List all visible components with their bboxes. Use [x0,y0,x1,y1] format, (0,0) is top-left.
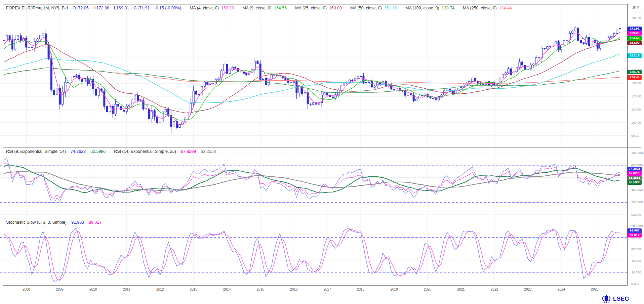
value-badge: 89.017 [628,233,642,238]
year-label: 2022 [489,288,500,291]
axis-tick-label: 0.0000 [631,213,641,216]
axis-tick-label: 100.00 [631,121,641,124]
price-chart-canvas[interactable] [0,4,627,147]
year-label: 2025 [589,288,600,291]
chart-app: FOREX EURJPY=, 1M, NY$, Bid O172.06 H172… [0,0,644,304]
ma250-legend: MA (250, close, 0) 134.44 [463,6,512,10]
instrument-title: FOREX EURJPY=, 1M, NY$, Bid [6,6,68,10]
year-label: 2016 [288,288,299,291]
stochastic-legend: Stochastic Slow (5, 3, 3, Simple) 91.963… [6,220,102,225]
axis-tick-label: 20.000 [631,270,641,274]
year-label: 2011 [121,288,132,291]
value-badge: 151.16 [628,53,642,58]
axis-tick-label: 100.000 [631,224,643,228]
year-label: 2019 [389,288,400,291]
year-label: 2023 [522,288,534,291]
year-label: 2010 [87,288,99,291]
rsi1-label: RSI (9, Exponential, Simple, 14) [6,149,66,154]
value-badge: 138.74 [628,70,642,75]
open-value: 172.06 [76,6,88,10]
year-label: 2017 [322,288,333,291]
axis-tick-label: 20.0000 [631,200,643,204]
stoch-k-value: 91.963 [71,220,84,225]
value-badge: 91.963 [628,228,642,233]
year-label: 2015 [255,288,266,291]
value-badge: 169.29 [628,31,642,36]
axis-tick-label: 60.000 [631,247,641,251]
value-badge: 67.8299 [628,171,642,176]
year-label: 2008 [21,288,32,291]
stoch-d-value: 89.017 [89,220,102,225]
high-field: H172.38 [93,6,109,10]
ma4-legend: MA (4, close, 0) 169.29 [190,6,234,10]
year-label: 2020 [422,288,433,291]
value-badge: 52.5986 [628,180,642,185]
stochastic-chart-canvas[interactable] [0,218,627,285]
ma9-legend: MA (9, close, 0) 164.56 [242,6,287,10]
year-label: 2013 [188,288,199,291]
ma25-legend: MA (25, close, 0) 163.09 [295,6,342,10]
rsi2-signal-value: 63.2558 [201,149,216,154]
time-axis-line [3,285,627,286]
low-value: 169.81 [116,6,129,10]
axis-tick-label: 40.000 [631,259,641,262]
axis-tick-label: 110.00 [631,107,641,111]
axis-tick-label: 0.000 [631,282,639,286]
year-label: 2021 [455,288,467,291]
value-badge: 163.09 [628,41,642,45]
axis-tick-label: 40.0000 [631,188,643,191]
rsi-chart-canvas[interactable] [0,147,627,218]
rsi1-value: 74.2628 [71,149,86,154]
close-field: C171.91 [134,6,150,10]
value-badge: 171.91 [628,27,642,31]
axis-tick-label: 130.00 [631,81,641,85]
high-value: 172.38 [96,6,109,10]
stoch-label: Stochastic Slow (5, 3, 3, Simple) [6,220,67,225]
year-label: 2012 [154,288,166,291]
lseg-logo: LSEG [601,295,629,303]
axis-tick-label: 120.00 [631,94,641,98]
open-field: O172.06 [73,6,89,10]
rsi-legend: RSI (9, Exponential, Simple, 14) 74.2628… [6,149,216,154]
rsi1-signal-value: 52.5986 [90,149,106,154]
rsi2-label: RSI (14, Exponential, Simple, 25) [114,149,176,154]
axis-tick-label: 180.00 [631,16,641,20]
ma100-legend: MA (100, close, 0) 138.74 [405,6,454,10]
price-axis-line [627,4,628,286]
close-value: 171.91 [137,6,150,10]
change-value: -0.15 (-0.09%) [154,6,181,10]
year-label: 2018 [355,288,366,291]
value-badge: 63.2558 [628,176,642,180]
axis-tick-label: 90.00 [631,134,639,137]
year-label: 2009 [54,288,66,291]
panel-separator[interactable] [3,218,641,218]
value-badge: 74.2628 [628,167,642,171]
value-badge: 164.56 [628,36,642,41]
low-field: L169.81 [114,6,129,10]
axis-tick-label: 100.0000 [631,151,644,155]
year-label: 2014 [221,288,233,291]
lseg-crest-icon [601,295,611,303]
currency-label: JPY [632,5,639,10]
lseg-logo-text: LSEG [613,296,629,302]
year-label: 2024 [556,288,567,291]
currency-selector[interactable]: JPY [629,3,642,12]
panel-separator[interactable] [3,147,641,147]
main-chart-legend: FOREX EURJPY=, 1M, NY$, Bid O172.06 H172… [6,6,512,10]
ma50-legend: MA (50, close, 0) 151.16 [350,6,397,10]
rsi2-value: 67.8299 [181,149,196,154]
value-badge: 134.44 [628,75,642,80]
